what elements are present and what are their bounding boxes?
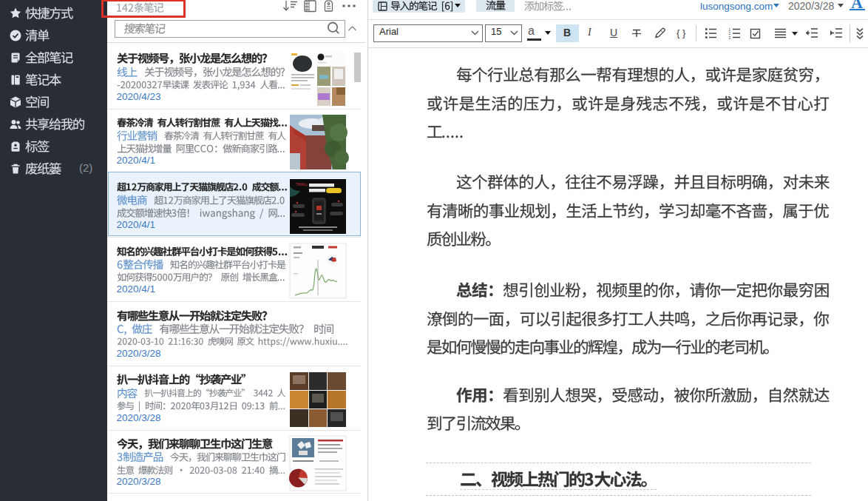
svg-text:TMALL: TMALL: [296, 182, 308, 186]
svg-text:1: 1: [729, 28, 731, 32]
svg-text:2: 2: [729, 32, 731, 36]
svg-text:3: 3: [729, 36, 731, 40]
